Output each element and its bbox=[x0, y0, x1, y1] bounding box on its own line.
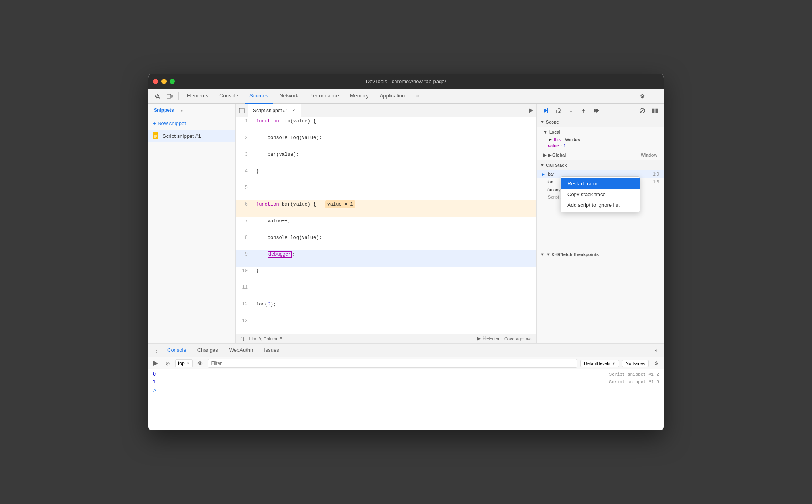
console-prompt[interactable]: > bbox=[148, 386, 664, 395]
code-area: Script snippet #1 × 1 function foo(value… bbox=[236, 104, 537, 343]
devtools-window: DevTools - chrome://new-tab-page/ Elemen… bbox=[148, 74, 664, 430]
context-menu-copy-stack-trace[interactable]: Copy stack trace bbox=[561, 189, 640, 200]
context-menu-add-to-ignore[interactable]: Add script to ignore list bbox=[561, 200, 640, 210]
svg-marker-11 bbox=[544, 108, 548, 113]
sidebar: Snippets » ⋮ + New snippet Script snippe… bbox=[148, 104, 236, 343]
code-tab-close-button[interactable]: × bbox=[291, 108, 296, 113]
console-source-2[interactable]: Script snippet #1:8 bbox=[609, 380, 659, 384]
minimize-button[interactable] bbox=[161, 79, 167, 84]
console-output: 0 Script snippet #1:2 1 Script snippet #… bbox=[148, 369, 664, 430]
console-tab-issues[interactable]: Issues bbox=[259, 344, 284, 357]
code-editor[interactable]: 1 function foo(value) { 2 console.log(va… bbox=[236, 117, 536, 334]
scope-collapse-icon: ▼ bbox=[540, 120, 544, 124]
deactivate-breakpoints-button[interactable] bbox=[637, 105, 648, 116]
code-line-6: 6 function bar(value) { value = 1 bbox=[236, 200, 536, 217]
snippet-item-1[interactable]: Script snippet #1 bbox=[148, 130, 235, 142]
settings-button[interactable]: ⚙ bbox=[637, 91, 648, 102]
devtools-main: Snippets » ⋮ + New snippet Script snippe… bbox=[148, 104, 664, 343]
console-output-line-1: 0 Script snippet #1:2 bbox=[148, 371, 664, 378]
close-button[interactable] bbox=[153, 79, 158, 84]
devtools-toolbar: Elements Console Sources Network Perform… bbox=[148, 89, 664, 104]
console-tab-bar: ⋮ Console Changes WebAuthn Issues × bbox=[148, 344, 664, 357]
sidebar-toggle-button[interactable] bbox=[236, 104, 248, 117]
step-out-button[interactable] bbox=[578, 105, 589, 116]
scope-header-label: Scope bbox=[546, 120, 559, 124]
code-line-8: 8 console.log(value); bbox=[236, 234, 536, 250]
global-header[interactable]: ▶▶ Global Window bbox=[537, 151, 664, 159]
pause-exceptions-button[interactable]: ▮▮ bbox=[649, 105, 661, 116]
call-stack-section: ▼Call Stack ►bar 1:9 foo 1:3 (anonymous)… bbox=[537, 160, 664, 343]
console-tab-console[interactable]: Console bbox=[163, 344, 191, 357]
snippet-item-label: Script snippet #1 bbox=[163, 133, 201, 139]
console-more-btn[interactable]: ⋮ bbox=[151, 346, 161, 355]
console-filter-input[interactable] bbox=[208, 359, 578, 368]
console-output-line-2: 1 Script snippet #1:8 bbox=[148, 378, 664, 386]
console-source-1[interactable]: Script snippet #1:2 bbox=[609, 372, 659, 377]
console-block-button[interactable]: ⊘ bbox=[163, 359, 172, 368]
run-snippet-button[interactable] bbox=[525, 105, 536, 116]
console-tab-changes[interactable]: Changes bbox=[193, 344, 223, 357]
local-header[interactable]: ▼Local bbox=[537, 128, 664, 136]
tab-application[interactable]: Application bbox=[375, 89, 410, 104]
step-button[interactable] bbox=[591, 105, 602, 116]
svg-line-22 bbox=[640, 109, 644, 113]
code-tab-label: Script snippet #1 bbox=[253, 108, 288, 113]
code-line-2: 2 console.log(value); bbox=[236, 134, 536, 151]
xhr-header[interactable]: ▼▼ XHR/fetch Breakpoints bbox=[540, 250, 661, 259]
svg-marker-10 bbox=[477, 337, 481, 341]
svg-marker-20 bbox=[596, 109, 599, 113]
coverage-status: Coverage: n/a bbox=[504, 336, 532, 341]
device-toolbar-button[interactable] bbox=[164, 91, 175, 102]
scope-header[interactable]: ▼ Scope bbox=[537, 117, 664, 127]
console-close-button[interactable]: × bbox=[651, 346, 661, 355]
svg-rect-12 bbox=[547, 108, 548, 113]
format-button[interactable]: { } bbox=[240, 336, 244, 341]
scope-value-item: value : 1 bbox=[537, 143, 664, 149]
snippet-file-icon bbox=[153, 132, 159, 139]
step-over-button[interactable] bbox=[553, 105, 564, 116]
resume-button[interactable] bbox=[540, 105, 551, 116]
console-levels-button[interactable]: Default levels ▼ bbox=[580, 360, 619, 367]
maximize-button[interactable] bbox=[170, 79, 175, 84]
inspect-element-button[interactable] bbox=[151, 91, 163, 102]
customize-button[interactable]: ⋮ bbox=[649, 91, 661, 102]
tab-performance[interactable]: Performance bbox=[304, 89, 343, 104]
call-stack-header[interactable]: ▼Call Stack bbox=[537, 160, 664, 170]
svg-marker-18 bbox=[582, 109, 585, 111]
no-issues-button[interactable]: No Issues bbox=[622, 360, 649, 367]
tab-console[interactable]: Console bbox=[214, 89, 243, 104]
sidebar-menu-btn[interactable]: ⋮ bbox=[224, 107, 232, 115]
snippets-tab[interactable]: Snippets bbox=[151, 106, 176, 115]
window-title: DevTools - chrome://new-tab-page/ bbox=[366, 78, 446, 84]
code-tab-snippet1[interactable]: Script snippet #1 × bbox=[248, 104, 301, 117]
svg-marker-9 bbox=[529, 108, 533, 113]
tab-network[interactable]: Network bbox=[275, 89, 303, 104]
new-snippet-button[interactable]: + New snippet bbox=[148, 117, 235, 130]
code-line-1: 1 function foo(value) { bbox=[236, 117, 536, 134]
console-tab-webauthn[interactable]: WebAuthn bbox=[224, 344, 258, 357]
code-line-4: 4 } bbox=[236, 167, 536, 184]
cursor-position: Line 9, Column 5 bbox=[249, 336, 282, 341]
step-into-button[interactable] bbox=[565, 105, 576, 116]
tab-sources[interactable]: Sources bbox=[245, 89, 273, 104]
local-scope: ▼Local ► this : Window value : 1 bbox=[537, 127, 664, 150]
tab-memory[interactable]: Memory bbox=[345, 89, 373, 104]
context-menu-restart-frame[interactable]: Restart frame bbox=[561, 178, 640, 189]
console-run-button[interactable] bbox=[151, 359, 160, 368]
toolbar-divider-1 bbox=[178, 92, 179, 100]
console-value-1: 1 bbox=[153, 379, 156, 385]
call-stack-foo-name: foo bbox=[547, 179, 553, 184]
console-settings-button[interactable]: ⚙ bbox=[652, 359, 661, 368]
code-tab-bar: Script snippet #1 × bbox=[236, 104, 536, 117]
run-snippet-status[interactable]: ⌘+Enter bbox=[477, 336, 500, 341]
code-line-12: 12 foo(0); bbox=[236, 300, 536, 317]
context-selector[interactable]: top ▼ bbox=[175, 359, 193, 367]
sidebar-more-btn[interactable]: » bbox=[178, 107, 186, 115]
console-eye-button[interactable]: 👁 bbox=[196, 359, 205, 368]
traffic-lights bbox=[153, 79, 175, 84]
tab-elements[interactable]: Elements bbox=[182, 89, 213, 104]
code-line-7: 7 value++; bbox=[236, 217, 536, 234]
svg-marker-23 bbox=[153, 361, 158, 366]
svg-rect-7 bbox=[239, 108, 244, 113]
tab-more[interactable]: » bbox=[411, 89, 423, 104]
